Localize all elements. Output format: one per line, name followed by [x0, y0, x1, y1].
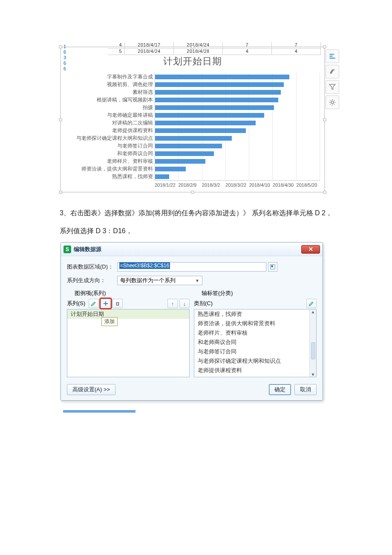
chart-bar-row — [155, 165, 320, 173]
add-tooltip: 添加 — [101, 317, 118, 326]
scroll-down-icon[interactable]: ▼ — [311, 372, 315, 377]
chart-layout-icon[interactable] — [326, 49, 339, 63]
chart-bar[interactable] — [155, 159, 205, 164]
chart-title: 计划开始日期 — [65, 55, 320, 68]
series-listbox[interactable]: 计划开始日期 添加 — [67, 309, 190, 377]
category-listbox[interactable]: ▲ ▼ 熟悉课程，找师资师资洽谈，提供大纲和背景资料老师样片、资料审核和老师商议… — [194, 309, 317, 377]
category-item[interactable]: 对讲稿的二次编辑 — [194, 375, 316, 377]
move-down-button[interactable]: ↓ — [179, 299, 190, 308]
doc-paragraph-1: 3、右击图表》选择数据》添加(将用到的任务内容添加进去）》 系列名称选择单元格 … — [60, 204, 337, 222]
chart-bar-row — [155, 73, 320, 81]
chart-bar[interactable] — [155, 98, 278, 102]
chart-y-label: 与老师确定最终讲稿 — [107, 111, 153, 119]
advanced-settings-button[interactable]: 高级设置(A) >> — [67, 384, 115, 395]
ok-button[interactable]: 确定 — [269, 384, 291, 395]
chart-bar[interactable] — [155, 167, 186, 171]
edit-data-source-dialog: S 编辑数据源 ✕ 图表数据区域(D)： =Sheet3!$B$2:$C$16 … — [61, 242, 323, 401]
chart-settings-icon[interactable] — [326, 95, 339, 109]
chart-y-label: 根据讲稿，编写视频剧本 — [97, 96, 153, 104]
chart-range-input[interactable]: =Sheet3!$B$2:$C$16 — [117, 262, 266, 272]
chart-x-tick: 2018/5/20 — [297, 182, 320, 188]
category-item[interactable]: 与老师探讨确定课程大纲和知识点 — [194, 356, 316, 366]
chart-y-label: 素材筛选 — [133, 88, 153, 96]
category-item[interactable]: 师资洽谈，提供大纲和背景资料 — [194, 319, 316, 328]
chart-bar-row — [155, 104, 320, 111]
chart-y-label: 师资洽谈，提供大纲和背景资料 — [81, 165, 153, 173]
svg-rect-1 — [329, 56, 333, 57]
chart-bar[interactable] — [155, 121, 256, 125]
scroll-up-icon[interactable]: ▲ — [311, 309, 315, 314]
chart-x-tick: 2018/2/9 — [178, 182, 202, 188]
chart-bar-row — [155, 142, 320, 150]
category-item[interactable]: 老师提供课程资料 — [194, 366, 316, 375]
axis-header: 轴标签(分类) — [202, 289, 317, 297]
chart-styles-icon[interactable] — [326, 65, 339, 78]
chart-y-label: 字幕制作及字幕合成 — [107, 73, 153, 81]
chart-x-tick: 2018/3/22 — [225, 182, 249, 188]
resize-handle[interactable] — [191, 45, 194, 49]
scroll-thumb[interactable] — [311, 342, 315, 359]
edit-series-button[interactable] — [89, 299, 99, 308]
move-up-button[interactable]: ↑ — [167, 299, 178, 308]
category-item[interactable]: 与老师签订合同 — [194, 347, 316, 356]
edit-category-button[interactable] — [306, 299, 317, 308]
close-button[interactable]: ✕ — [301, 245, 320, 254]
chart-bar-row — [155, 96, 320, 104]
chart-y-label: 拍摄 — [143, 104, 153, 111]
delete-series-button[interactable] — [112, 299, 123, 308]
chart-plot[interactable]: 字幕制作及字幕合成视频初剪、调色处理素材筛选根据讲稿，编写视频剧本拍摄与老师确定… — [65, 73, 320, 181]
chart-bar-row — [155, 81, 320, 88]
decorative-strip — [63, 410, 135, 413]
resize-handle[interactable] — [323, 191, 326, 194]
resize-handle[interactable] — [59, 191, 62, 194]
chart-bar-row — [155, 127, 320, 134]
chart-x-tick: 2018/4/10 — [249, 182, 273, 188]
svg-point-3 — [333, 69, 334, 70]
scrollbar[interactable]: ▲ ▼ — [309, 309, 316, 377]
chevron-down-icon: ▼ — [195, 278, 199, 283]
chart-bar[interactable] — [155, 144, 222, 148]
chart-x-axis: 2018/1/222018/2/92018/3/22018/3/222018/4… — [155, 181, 320, 188]
chart-bar[interactable] — [155, 113, 264, 118]
chart-y-label: 和老师商议合同 — [117, 150, 153, 157]
chart-bar[interactable] — [155, 174, 169, 179]
series-gen-select[interactable]: 每列数据作为一个系列 ▼ — [117, 276, 202, 285]
chart-y-label: 与老师签订合同 — [117, 142, 153, 150]
chart-bar-row — [155, 111, 320, 119]
range-picker-button[interactable] — [268, 262, 277, 272]
chart-container: 1 6 3 6 6 4 2018/4/17 2018/4/24 7 7 5 20… — [61, 47, 325, 192]
resize-handle[interactable] — [59, 118, 62, 121]
chart-y-label: 视频初剪、调色处理 — [107, 81, 153, 88]
chart-bar[interactable] — [155, 151, 214, 156]
chart-y-label: 对讲稿的二次编辑 — [112, 119, 153, 127]
category-item[interactable]: 和老师商议合同 — [194, 338, 316, 347]
svg-rect-2 — [329, 58, 335, 59]
add-series-button[interactable] — [101, 299, 111, 308]
chart-bar[interactable] — [155, 136, 232, 141]
chart-x-tick: 2018/4/30 — [273, 182, 296, 188]
chart-bar-row — [155, 119, 320, 127]
series-label: 系列(S) — [67, 300, 85, 307]
chart-bar-row — [155, 134, 320, 142]
series-item[interactable]: 计划开始日期 — [67, 309, 189, 319]
category-item[interactable]: 熟悉课程，找师资 — [194, 309, 316, 319]
chart-bar-row — [155, 157, 320, 165]
chart-bar[interactable] — [155, 75, 289, 79]
chart-bar-row — [155, 173, 320, 180]
chart-bar[interactable] — [155, 128, 246, 133]
legend-header: 图例项(系列) — [75, 289, 190, 297]
category-item[interactable]: 老师样片、资料审核 — [194, 328, 316, 338]
resize-handle[interactable] — [323, 45, 326, 49]
doc-paragraph-2: 系列值选择 D 3：D16， — [60, 222, 337, 240]
resize-handle[interactable] — [323, 118, 326, 121]
dialog-title: 编辑数据源 — [74, 246, 101, 253]
chart-bar[interactable] — [155, 90, 281, 95]
series-gen-label: 系列生成方向： — [67, 277, 117, 284]
chart-bar[interactable] — [155, 82, 284, 87]
chart-bar[interactable] — [155, 105, 274, 110]
chart-filter-icon[interactable] — [326, 80, 339, 94]
wps-logo-icon: S — [63, 246, 71, 253]
resize-handle[interactable] — [59, 45, 62, 49]
cancel-button[interactable]: 取消 — [294, 384, 317, 395]
resize-handle[interactable] — [191, 191, 194, 194]
